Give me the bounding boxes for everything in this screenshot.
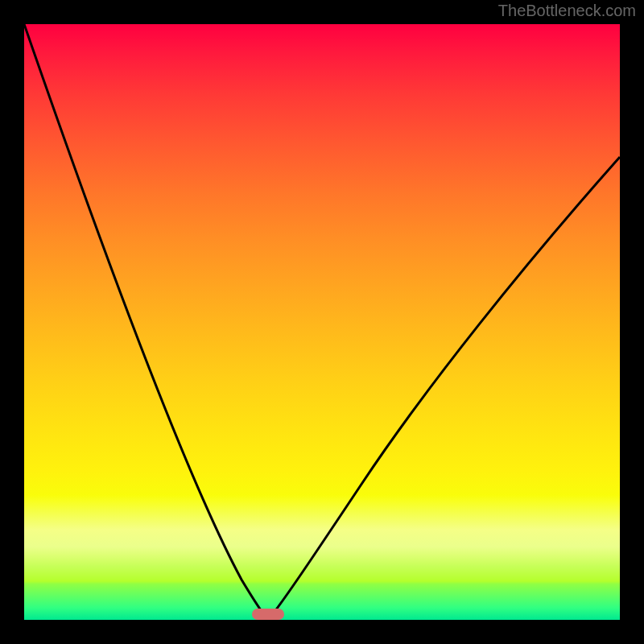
plot-area (24, 24, 620, 620)
curve-svg (24, 24, 620, 620)
minimum-marker (252, 609, 284, 620)
bottleneck-curve-right (268, 157, 620, 620)
bottleneck-curve-left (24, 24, 268, 620)
watermark-text: TheBottleneck.com (498, 2, 636, 20)
